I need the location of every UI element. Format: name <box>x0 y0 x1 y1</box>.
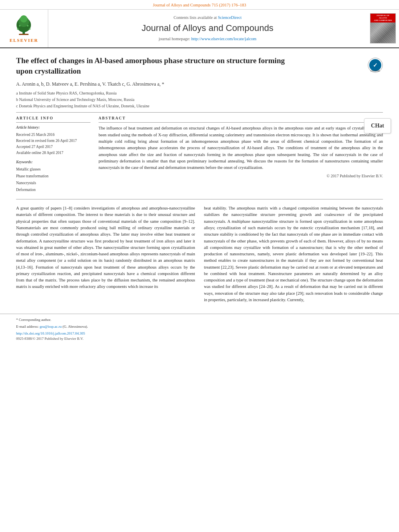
keyword-1: Metallic glasses <box>16 166 90 173</box>
issn-line: 0925-8388/© 2017 Published by Elsevier B… <box>16 336 383 342</box>
section-divider <box>16 199 383 199</box>
keyword-3: Nanocrystals <box>16 180 90 187</box>
body-column-2: heat stability. The amorphous matrix wit… <box>204 205 383 306</box>
footer-section: * Corresponding author. E-mail address: … <box>0 314 399 345</box>
keyword-4: Deformation <box>16 187 90 193</box>
authors-line: A. Aronin a, b, D. Matveev a, E. Pershin… <box>16 81 383 88</box>
cover-graphic <box>370 23 395 43</box>
homepage-url[interactable]: http://www.elsevier.com/locate/jalcom <box>191 37 257 41</box>
journal-cover-area: JOURNAL OF ALLOYS AND COMPOUNDS <box>367 10 399 47</box>
journal-citation: Journal of Alloys and Compounds 715 (201… <box>153 3 246 7</box>
body-text-section: A great quantity of papers [1–8] conside… <box>0 201 399 310</box>
homepage-line: journal homepage: http://www.elsevier.co… <box>158 36 256 42</box>
copyright-line: © 2017 Published by Elsevier B.V. <box>99 173 383 179</box>
article-info-heading: ARTICLE INFO <box>16 116 90 123</box>
journal-citation-bar: Journal of Alloys and Compounds 715 (201… <box>0 0 399 10</box>
email-note: E-mail address: gea@issp.ac.ru (G. Abros… <box>16 324 383 330</box>
article-header-section: ✓ CrossMark The effect of changes in Al-… <box>0 48 399 197</box>
article-info-abstract-section: ARTICLE INFO Article history: Received 2… <box>16 116 383 193</box>
svg-rect-4 <box>19 34 29 35</box>
abstract-column: ABSTRACT The influence of heat treatment… <box>99 116 383 193</box>
crossmark-area[interactable]: ✓ CrossMark <box>368 58 383 75</box>
keyword-2: Phase transformation <box>16 173 90 180</box>
affiliation-2: b National University of Science and Tec… <box>16 97 383 103</box>
article-info-column: ARTICLE INFO Article history: Received 2… <box>16 116 90 193</box>
affiliations-block: a Institute of Solid State Physics RAS, … <box>16 90 383 109</box>
affiliation-1: a Institute of Solid State Physics RAS, … <box>16 90 383 96</box>
corresponding-author-note: * Corresponding author. <box>16 317 383 323</box>
body-column-1: A great quantity of papers [1–8] conside… <box>16 205 195 306</box>
article-dates: Received 25 March 2016 Received in revis… <box>16 132 90 156</box>
body-two-columns: A great quantity of papers [1–8] conside… <box>16 205 383 306</box>
received-date: Received 25 March 2016 <box>16 132 90 138</box>
abstract-text: The influence of heat treatment and defo… <box>99 125 383 171</box>
keywords-section: Keywords: Metallic glasses Phase transfo… <box>16 160 90 194</box>
article-history-label: Article history: <box>16 125 90 130</box>
elsevier-wordmark: ELSEVIER <box>10 37 39 43</box>
accepted-date: Accepted 27 April 2017 <box>16 144 90 150</box>
svg-text:CrossMark: CrossMark <box>370 70 380 72</box>
svg-point-8 <box>29 28 31 30</box>
keywords-list: Metallic glasses Phase transformation Na… <box>16 166 90 193</box>
crossmark-icon: ✓ CrossMark <box>368 58 383 73</box>
doi-line: http://dx.doi.org/10.1016/j.jallcom.2017… <box>16 331 383 336</box>
elsevier-tree-icon <box>12 14 36 36</box>
available-online-date: Available online 28 April 2017 <box>16 150 90 156</box>
svg-point-7 <box>17 28 19 30</box>
contents-available-line: Contents lists available at ScienceDirec… <box>173 15 241 21</box>
cover-title: JOURNAL OF ALLOYS AND COMPOUNDS <box>370 14 395 23</box>
abstract-heading: ABSTRACT <box>99 116 383 123</box>
affiliation-3: c Donetsk Physics and Engineering Instit… <box>16 103 383 109</box>
author-email-link[interactable]: gea@issp.ac.ru <box>39 325 62 329</box>
body-paragraph-1: A great quantity of papers [1–8] conside… <box>16 205 195 290</box>
journal-cover-image: JOURNAL OF ALLOYS AND COMPOUNDS <box>370 13 396 43</box>
article-divider-1 <box>16 112 383 113</box>
svg-point-6 <box>27 25 29 27</box>
elsevier-logo-area: ELSEVIER <box>0 10 48 47</box>
keywords-label: Keywords: <box>16 160 90 165</box>
body-paragraph-2: heat stability. The amorphous matrix wit… <box>204 205 383 303</box>
chat-button[interactable]: CHat <box>364 118 391 134</box>
svg-text:✓: ✓ <box>373 62 378 68</box>
received-revised-date: Received in revised form 26 April 2017 <box>16 138 90 144</box>
doi-url[interactable]: http://dx.doi.org/10.1016/j.jallcom.2017… <box>16 331 85 335</box>
science-direct-link[interactable]: ScienceDirect <box>218 15 242 20</box>
journal-header-center: Contents lists available at ScienceDirec… <box>48 10 367 47</box>
svg-point-3 <box>20 15 27 23</box>
journal-header: ELSEVIER Contents lists available at Sci… <box>0 10 399 48</box>
article-title: The effect of changes in Al-based amorph… <box>16 55 290 76</box>
journal-name-header: Journal of Alloys and Compounds <box>142 22 274 35</box>
svg-point-5 <box>19 25 21 27</box>
